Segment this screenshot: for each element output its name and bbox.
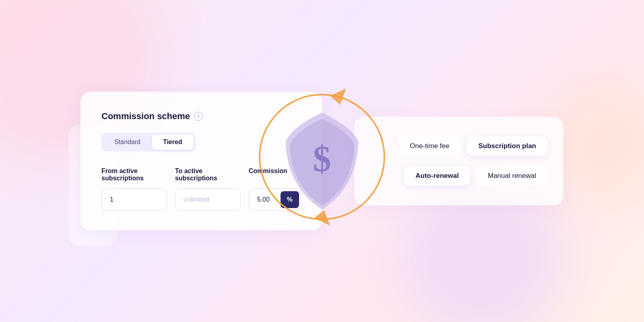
tiered-toggle-btn[interactable]: Tiered bbox=[152, 134, 194, 150]
info-icon[interactable]: i bbox=[194, 112, 203, 121]
to-subscriptions-input[interactable] bbox=[175, 188, 241, 211]
section-title-text: Commission scheme bbox=[101, 111, 190, 122]
one-time-fee-tab[interactable]: One-time fee bbox=[398, 136, 460, 156]
svg-text:$: $ bbox=[313, 139, 331, 179]
standard-toggle-btn[interactable]: Standard bbox=[103, 134, 152, 150]
from-subscriptions-input[interactable] bbox=[101, 188, 167, 211]
shield-svg: $ bbox=[246, 80, 398, 242]
svg-marker-1 bbox=[330, 89, 346, 105]
subscription-plan-tab[interactable]: Subscription plan bbox=[467, 136, 547, 156]
manual-renewal-tab[interactable]: Manual renewal bbox=[477, 166, 547, 186]
scheme-toggle-group: Standard Tiered bbox=[101, 133, 195, 151]
shield-illustration: $ bbox=[246, 76, 398, 246]
to-column-header: To active subscriptions bbox=[175, 167, 241, 182]
from-column-header: From active subscriptions bbox=[101, 167, 167, 182]
main-container: Commission scheme i Standard Tiered From… bbox=[80, 24, 564, 298]
svg-marker-2 bbox=[314, 210, 330, 225]
auto-renewal-tab[interactable]: Auto-renewal bbox=[404, 166, 470, 186]
